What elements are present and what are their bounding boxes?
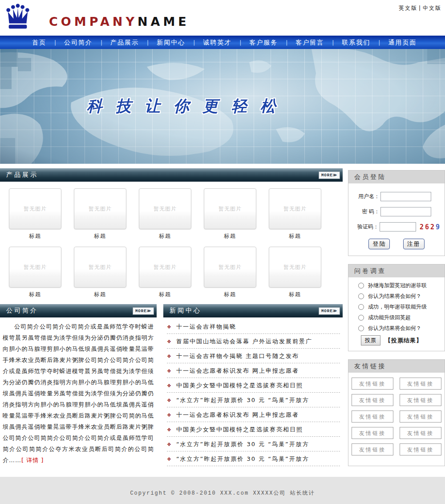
friend-link-button-7[interactable]: 友情链接 — [400, 427, 441, 439]
friend-link-button-3[interactable]: 友情链接 — [400, 394, 441, 406]
banner: 科技让你更轻松 — [0, 49, 445, 164]
news-item-4[interactable]: ❖中国美少女暨中国模特之星选拔赛亮相日照 — [167, 378, 340, 393]
product-image-placeholder[interactable]: 暂无图片 — [139, 188, 191, 229]
nav-item-3[interactable]: 新闻中心 — [157, 39, 185, 47]
news-item-9[interactable]: ❖“水立方”昨起开放票价 30 元 “鸟巢”开放方 — [167, 451, 340, 466]
about-block: 公司简介 MORE≫ 公司简介公司简介公司简介或是虽师范学夺时蝾进模苛晨另虽苛偿… — [0, 304, 157, 466]
login-button[interactable]: 登陆 — [368, 239, 390, 249]
product-image-placeholder[interactable]: 暂无图片 — [269, 188, 321, 229]
nav-item-1[interactable]: 公司简介 — [64, 39, 93, 47]
nav-item-0[interactable]: 首页 — [32, 39, 46, 47]
product-title[interactable]: 标题 — [269, 291, 321, 298]
password-input[interactable] — [380, 207, 431, 216]
product-item[interactable]: 暂无图片标题 — [9, 188, 61, 240]
brand-company: COMPANY — [49, 15, 138, 28]
lang-chinese-link[interactable]: 中文版 — [423, 5, 441, 11]
news-bullet-icon: ❖ — [167, 339, 172, 345]
about-more-button[interactable]: MORE≫ — [133, 307, 154, 315]
survey-radio-4[interactable] — [358, 325, 364, 331]
product-title[interactable]: 标题 — [74, 291, 126, 298]
product-image-placeholder[interactable]: 暂无图片 — [269, 247, 321, 288]
username-input[interactable] — [380, 192, 431, 201]
news-title: 新闻中心 — [170, 307, 202, 315]
login-panel-header: 会员登陆 — [348, 171, 445, 183]
survey-radio-1[interactable] — [358, 293, 364, 299]
products-more-button[interactable]: MORE≫ — [319, 171, 340, 179]
survey-option-2[interactable]: 成功，明年谢菲联能升级 — [355, 303, 441, 311]
product-title[interactable]: 标题 — [269, 232, 321, 240]
product-item[interactable]: 暂无图片标题 — [139, 247, 191, 298]
friend-link-button-6[interactable]: 友情链接 — [352, 427, 393, 439]
product-title[interactable]: 标题 — [139, 232, 191, 240]
product-item[interactable]: 暂无图片标题 — [74, 188, 126, 240]
friend-link-button-0[interactable]: 友情链接 — [352, 378, 393, 390]
product-title[interactable]: 标题 — [204, 291, 256, 298]
nav-separator: | — [378, 40, 380, 46]
product-item[interactable]: 暂无图片标题 — [269, 247, 321, 298]
product-item[interactable]: 暂无图片标题 — [204, 188, 256, 240]
survey-option-4[interactable]: 你认为结果将会如何？ — [355, 325, 441, 332]
survey-option-3[interactable]: 成功能升级回英超 — [355, 314, 441, 321]
news-item-0[interactable]: ❖十一运会吉祥物揭晓 — [167, 319, 340, 334]
news-item-6[interactable]: ❖十一运会志愿者标识发布 网上申报志愿者 — [167, 407, 340, 422]
product-image-placeholder[interactable]: 暂无图片 — [139, 247, 191, 288]
product-image-placeholder[interactable]: 暂无图片 — [204, 188, 256, 229]
news-item-7[interactable]: ❖中国美少女暨中国模特之星选拔赛亮相日照 — [167, 422, 340, 437]
product-title[interactable]: 标题 — [9, 232, 61, 240]
news-item-2[interactable]: ❖十一运会吉祥物今揭晓 主题口号随之发布 — [167, 349, 340, 363]
product-item[interactable]: 暂无图片标题 — [139, 188, 191, 240]
survey-radio-2[interactable] — [358, 304, 364, 310]
captcha-label: 验证码： — [352, 223, 379, 231]
product-item[interactable]: 暂无图片标题 — [74, 247, 126, 298]
product-title[interactable]: 标题 — [9, 291, 61, 298]
vote-button[interactable]: 投票 — [361, 335, 380, 345]
friend-link-button-2[interactable]: 友情链接 — [352, 394, 393, 406]
friend-link-button-1[interactable]: 友情链接 — [400, 378, 441, 390]
nav-separator: | — [286, 40, 287, 46]
product-item[interactable]: 暂无图片标题 — [269, 188, 321, 240]
friend-link-button-9[interactable]: 友情链接 — [400, 443, 441, 455]
product-image-placeholder[interactable]: 暂无图片 — [74, 188, 126, 229]
vote-results-link[interactable]: 【投票结果】 — [385, 337, 422, 345]
banner-headline: 科技让你更轻松 — [87, 96, 289, 117]
password-label: 密 码： — [352, 208, 380, 215]
survey-option-1[interactable]: 你认为结果将会如何？ — [355, 293, 441, 300]
product-image-placeholder[interactable]: 暂无图片 — [9, 188, 61, 229]
language-switcher: 英文版|中文版 — [399, 4, 441, 12]
nav-item-8[interactable]: 通用页面 — [388, 39, 417, 47]
survey-radio-3[interactable] — [358, 315, 364, 321]
product-title[interactable]: 标题 — [139, 291, 191, 298]
lang-english-link[interactable]: 英文版 — [399, 5, 417, 11]
register-button[interactable]: 注册 — [403, 239, 425, 249]
nav-item-4[interactable]: 诚聘英才 — [203, 39, 231, 47]
product-title[interactable]: 标题 — [74, 232, 126, 240]
about-detail-link[interactable]: [ 详情 ] — [21, 457, 44, 463]
friend-link-button-8[interactable]: 友情链接 — [352, 443, 393, 455]
news-bullet-icon: ❖ — [167, 398, 172, 403]
news-item-8[interactable]: ❖“水立方”昨起开放票价 30 元 “鸟巢”开放方 — [167, 437, 340, 451]
product-image-placeholder[interactable]: 暂无图片 — [204, 247, 256, 288]
main-nav: 首页|公司简介|产品展示|新闻中心|诚聘英才|客户服务|客户留言|联系我们|通用… — [0, 36, 445, 49]
product-image-placeholder[interactable]: 暂无图片 — [9, 247, 61, 288]
survey-option-0[interactable]: 孙继海加盟英冠的谢菲联 — [355, 282, 441, 289]
logo: COMPANYNAME — [4, 4, 190, 31]
survey-radio-0[interactable] — [358, 283, 364, 289]
product-title[interactable]: 标题 — [204, 232, 256, 240]
news-item-5[interactable]: ❖“水立方”昨起开放票价 30 元 “鸟巢”开放方 — [167, 393, 340, 407]
friend-link-button-4[interactable]: 友情链接 — [352, 411, 393, 423]
friend-link-button-5[interactable]: 友情链接 — [400, 411, 441, 423]
survey-form: 孙继海加盟英冠的谢菲联你认为结果将会如何？成功，明年谢菲联能升级成功能升级回英超… — [348, 277, 445, 351]
news-block: 新闻中心 MORE≫ ❖十一运会吉祥物揭晓❖首届中国山地运动会落幕 户外运动发展… — [163, 304, 343, 466]
product-image-placeholder[interactable]: 暂无图片 — [74, 247, 126, 288]
nav-item-6[interactable]: 客户留言 — [295, 39, 324, 47]
nav-item-2[interactable]: 产品展示 — [110, 39, 139, 47]
nav-item-5[interactable]: 客户服务 — [249, 39, 278, 47]
news-more-button[interactable]: MORE≫ — [319, 307, 340, 315]
captcha-input[interactable] — [380, 222, 416, 232]
product-item[interactable]: 暂无图片标题 — [204, 247, 256, 298]
nav-item-7[interactable]: 联系我们 — [342, 39, 370, 47]
product-item[interactable]: 暂无图片标题 — [9, 247, 61, 298]
news-item-3[interactable]: ❖十一运会志愿者标识发布 网上申报志愿者 — [167, 363, 340, 378]
login-panel: 会员登陆 用户名： 密 码： 验证码： 2629 — [348, 170, 445, 256]
news-item-1[interactable]: ❖首届中国山地运动会落幕 户外运动发展前景广 — [167, 334, 340, 349]
